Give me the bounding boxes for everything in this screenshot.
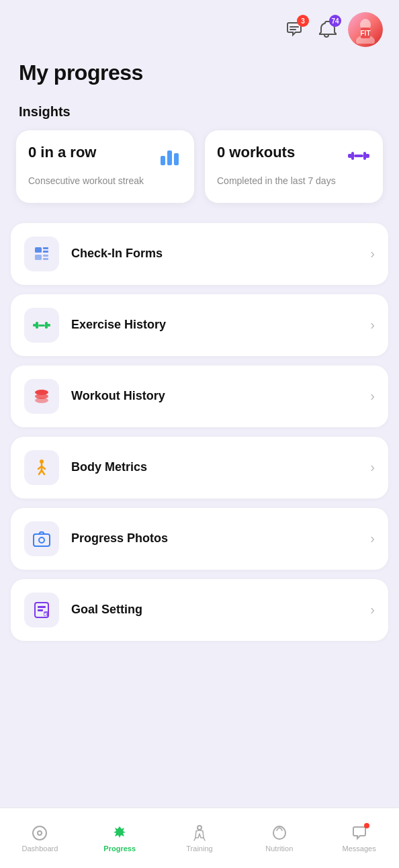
workout-chevron: › — [370, 388, 375, 404]
svg-rect-16 — [43, 251, 48, 253]
goal-label: Goal Setting — [71, 603, 370, 617]
svg-rect-6 — [161, 156, 165, 165]
nav-item-dashboard[interactable]: Dashboard — [0, 824, 80, 853]
insights-row: 0 in a row Consecutive workout streak 0 … — [0, 130, 399, 203]
checkin-icon — [32, 245, 51, 263]
bottom-nav: Dashboard Progress Training — [0, 808, 399, 868]
svg-rect-24 — [38, 324, 45, 327]
nav-label-dashboard: Dashboard — [21, 844, 58, 853]
svg-rect-14 — [35, 247, 42, 253]
checkin-label: Check-In Forms — [71, 247, 370, 261]
svg-point-35 — [39, 537, 44, 543]
nav-item-training[interactable]: Training — [160, 824, 240, 853]
menu-item-photos[interactable]: Progress Photos › — [11, 508, 388, 570]
page-title: My progress — [0, 54, 399, 89]
svg-rect-11 — [351, 152, 354, 160]
bar-chart-icon — [158, 144, 182, 168]
svg-line-33 — [42, 470, 44, 474]
training-nav-icon — [191, 824, 208, 842]
svg-rect-7 — [167, 150, 172, 165]
photo-icon — [32, 529, 51, 548]
svg-rect-13 — [354, 155, 363, 157]
photo-label: Progress Photos — [71, 531, 370, 546]
body-label: Body Metrics — [71, 460, 370, 474]
menu-item-exercise[interactable]: Exercise History › — [11, 294, 388, 356]
svg-line-46 — [204, 838, 205, 840]
nav-item-progress[interactable]: Progress — [80, 824, 160, 853]
nav-label-training: Training — [186, 844, 212, 853]
svg-rect-37 — [38, 606, 46, 608]
svg-rect-34 — [34, 534, 50, 546]
menu-item-checkin[interactable]: Check-In Forms › — [11, 223, 388, 285]
menu-item-goal[interactable]: Goal Setting › — [11, 579, 388, 641]
nav-item-messages[interactable]: Messages — [319, 824, 399, 853]
nav-label-progress: Progress — [103, 844, 136, 853]
exercise-icon-wrap — [24, 308, 59, 343]
nav-item-nutrition[interactable]: Nutrition — [239, 824, 319, 853]
exercise-chevron: › — [370, 317, 375, 333]
svg-rect-23 — [45, 322, 48, 329]
workout-icon-wrap — [24, 379, 59, 414]
insights-label: Insights — [0, 89, 399, 130]
checkin-chevron: › — [370, 246, 375, 261]
goal-icon-wrap — [24, 593, 59, 627]
goal-icon — [32, 601, 51, 619]
nav-label-nutrition: Nutrition — [265, 844, 293, 853]
chat-badge: 3 — [297, 15, 309, 27]
svg-rect-15 — [43, 247, 48, 249]
streak-desc: Consecutive workout streak — [28, 175, 182, 188]
menu-list: Check-In Forms › Exercise History › — [0, 223, 399, 641]
body-chevron: › — [370, 460, 375, 475]
workout-icon — [32, 387, 51, 406]
photo-icon-wrap — [24, 521, 59, 556]
body-icon — [32, 458, 51, 477]
checkin-icon-wrap — [24, 236, 59, 271]
svg-rect-38 — [38, 609, 43, 611]
menu-item-workout[interactable]: Workout History › — [11, 365, 388, 427]
exercise-icon — [32, 316, 51, 335]
workouts-value: 0 workouts — [217, 144, 295, 161]
notif-badge: 74 — [329, 15, 341, 27]
messages-dot — [364, 823, 369, 828]
exercise-label: Exercise History — [71, 318, 370, 332]
svg-rect-8 — [174, 153, 179, 165]
notif-icon-wrap[interactable]: 74 — [316, 19, 337, 40]
svg-rect-22 — [36, 322, 38, 329]
goal-chevron: › — [370, 602, 375, 617]
svg-point-27 — [35, 398, 48, 403]
svg-point-42 — [33, 826, 46, 840]
svg-point-44 — [197, 826, 202, 830]
svg-rect-19 — [43, 258, 48, 260]
menu-item-body[interactable]: Body Metrics › — [11, 437, 388, 498]
nutrition-nav-icon — [271, 824, 288, 842]
progress-nav-icon — [111, 824, 128, 842]
header: 3 74 FIT — [0, 0, 399, 54]
avatar-image: FIT — [354, 15, 377, 44]
workouts-desc: Completed in the last 7 days — [217, 175, 371, 188]
workouts-card[interactable]: 0 workouts Completed in the last 7 days — [205, 130, 383, 203]
svg-rect-17 — [35, 255, 42, 260]
svg-line-45 — [194, 838, 195, 840]
svg-rect-18 — [43, 255, 48, 257]
workout-label: Workout History — [71, 389, 370, 403]
photo-chevron: › — [370, 531, 375, 546]
svg-point-43 — [38, 831, 42, 835]
body-icon-wrap — [24, 450, 59, 485]
nav-label-messages: Messages — [343, 844, 376, 853]
avatar[interactable]: FIT — [348, 12, 383, 47]
streak-card[interactable]: 0 in a row Consecutive workout streak — [16, 130, 194, 203]
dashboard-nav-icon — [31, 824, 48, 842]
dumbbell-icon — [347, 144, 371, 168]
chat-icon-wrap[interactable]: 3 — [283, 19, 305, 40]
svg-rect-12 — [363, 152, 366, 160]
streak-value: 0 in a row — [28, 144, 96, 161]
svg-text:FIT: FIT — [361, 30, 371, 37]
